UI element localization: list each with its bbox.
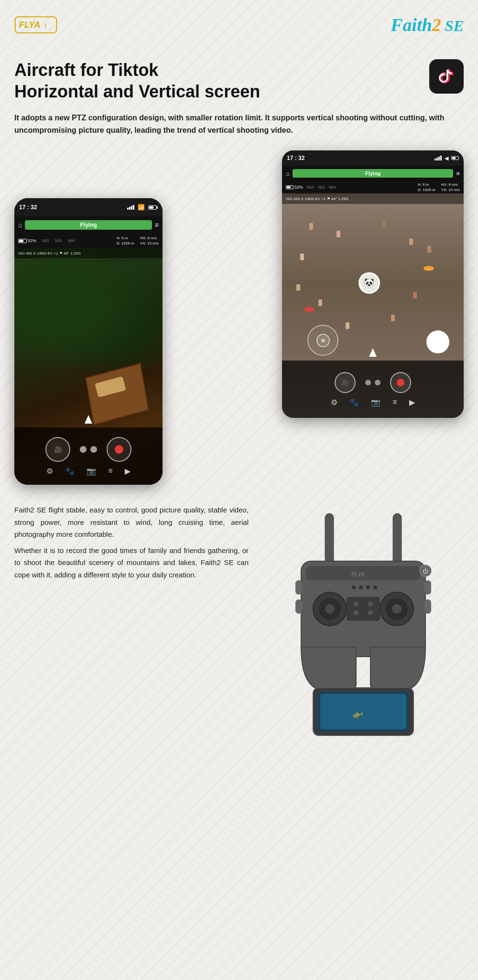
svg-rect-30 bbox=[295, 599, 302, 614]
vertical-app-bar: 17 : 32 📶 bbox=[14, 198, 163, 216]
vertical-nav-bar: ⌂ Flying ≡ bbox=[14, 216, 163, 234]
svg-point-22 bbox=[368, 602, 373, 607]
svg-point-24 bbox=[368, 610, 373, 615]
bottom-para1: Faith2 SE flight stable, easy to control… bbox=[14, 504, 249, 541]
main-title: Aircraft for Tiktok Horizontal and Verti… bbox=[14, 59, 260, 102]
vertical-stats-bar: 52% N/A N/A N/A H: 6 m D: 1526 m HS: 8 m… bbox=[14, 234, 163, 248]
phone-vertical: 17 : 32 📶 bbox=[14, 198, 163, 485]
svg-point-8 bbox=[352, 586, 356, 589]
header: FLYA I Faith2 SE bbox=[14, 10, 464, 45]
vertical-time: 17 : 32 bbox=[19, 204, 37, 211]
svg-rect-31 bbox=[424, 580, 431, 595]
svg-point-19 bbox=[392, 604, 402, 614]
tiktok-icon bbox=[429, 59, 464, 94]
svg-point-11 bbox=[373, 586, 377, 589]
vertical-camera-info: ISO 400 S 1/800 EV +1 ⚑ 48° 1:25G bbox=[14, 248, 163, 258]
bottom-text-content: Faith2 SE flight stable, easy to control… bbox=[14, 504, 253, 585]
flying-badge-vertical: Flying bbox=[25, 220, 152, 230]
svg-text:I: I bbox=[45, 23, 46, 29]
faith2-logo: Faith2 SE bbox=[391, 14, 464, 35]
camera-ctrl-btn: 🎥 bbox=[45, 437, 70, 462]
title-section: Aircraft for Tiktok Horizontal and Verti… bbox=[14, 59, 464, 102]
remote-controller: FLYA ⏻ bbox=[263, 504, 464, 743]
controller-container: FLYA ⏻ bbox=[263, 504, 464, 745]
svg-point-10 bbox=[366, 586, 370, 589]
svg-point-16 bbox=[325, 604, 335, 614]
svg-text:FLYA: FLYA bbox=[19, 20, 40, 30]
phone-horizontal: 🐼 bbox=[282, 150, 464, 418]
bottom-section: Faith2 SE flight stable, easy to control… bbox=[14, 504, 464, 745]
svg-rect-27 bbox=[320, 694, 406, 729]
fly-logo: FLYA I bbox=[14, 15, 57, 34]
status-icons: 📶 bbox=[127, 204, 158, 211]
record-ctrl-btn bbox=[107, 437, 131, 462]
vertical-bottom-icons: ⚙ 🐾 📷 ≡ ▶ bbox=[46, 467, 130, 476]
horizontal-app-bar: 17 : 32 ◀ bbox=[282, 150, 464, 166]
svg-text:⏻: ⏻ bbox=[423, 568, 428, 575]
description-text: It adopts a new PTZ configuration design… bbox=[14, 112, 464, 136]
svg-rect-29 bbox=[295, 580, 302, 595]
svg-point-23 bbox=[354, 610, 358, 615]
phones-row: 17 : 32 📶 bbox=[14, 150, 464, 485]
flying-badge-horizontal: Flying bbox=[293, 169, 454, 178]
vertical-phone-controls: 🎥 ⚙ 🐾 bbox=[14, 427, 163, 485]
svg-point-21 bbox=[354, 602, 358, 607]
svg-text:FLYA: FLYA bbox=[351, 571, 365, 578]
svg-rect-20 bbox=[347, 597, 380, 621]
svg-point-9 bbox=[359, 586, 363, 589]
svg-text:🚁: 🚁 bbox=[351, 707, 363, 719]
bottom-para2: Whether it is to record the good times o… bbox=[14, 544, 249, 581]
svg-rect-32 bbox=[424, 599, 431, 614]
